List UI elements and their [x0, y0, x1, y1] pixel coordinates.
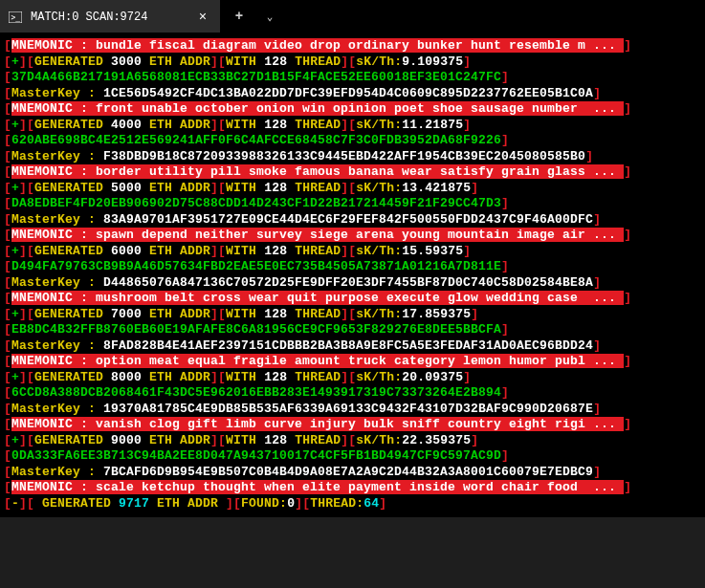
masterkey-line: [MasterKey : F38DBD9B18C8720933988326133… [4, 149, 701, 165]
titlebar: >_ MATCH:0 SCAN:9724 × + ⌄ [0, 0, 705, 33]
hash-line: [DA8EDBEF4FD20EB906902D75C88CDD14D243CF1… [4, 196, 701, 212]
masterkey-line: [MasterKey : 8FAD828B4E41AEF2397151CDBBB… [4, 338, 701, 355]
generated-line: [+][GENERATED 7000 ETH ADDR][WITH 128 TH… [4, 307, 701, 323]
mnemonic-line: [MNEMONIC : bundle fiscal diagram video … [4, 38, 701, 54]
generated-line: [+][GENERATED 9000 ETH ADDR][WITH 128 TH… [4, 433, 701, 449]
tab-actions: + ⌄ [220, 0, 289, 33]
terminal-icon: >_ [8, 10, 23, 25]
mnemonic-line: [MNEMONIC : vanish clog gift limb curve … [4, 417, 701, 433]
new-tab-button[interactable]: + [226, 3, 253, 30]
hash-line: [EB8DC4B32FFB8760EB60E19AFAFE8C6A81956CE… [4, 322, 701, 338]
hash-line: [6CCD8A388DCB2068461F43DC5E962016EBB283E… [4, 385, 701, 402]
mnemonic-line: [MNEMONIC : scale ketchup thought when e… [4, 480, 701, 496]
generated-line: [+][GENERATED 8000 ETH ADDR][WITH 128 TH… [4, 370, 701, 386]
masterkey-line: [MasterKey : D44865076A847136C70572D25FE… [4, 275, 701, 292]
generated-line: [+][GENERATED 5000 ETH ADDR][WITH 128 TH… [4, 181, 701, 197]
generated-line: [+][GENERATED 6000 ETH ADDR][WITH 128 TH… [4, 244, 701, 260]
mnemonic-line: [MNEMONIC : spawn depend neither survey … [4, 228, 701, 244]
mnemonic-line: [MNEMONIC : option meat equal fragile am… [4, 354, 701, 370]
svg-text:>_: >_ [11, 13, 21, 22]
hash-line: [37D4A466B217191A6568081ECB33BC27D1B15F4… [4, 70, 701, 86]
tab-title: MATCH:0 SCAN:9724 [31, 11, 187, 24]
mnemonic-line: [MNEMONIC : mushroom belt cross wear qui… [4, 291, 701, 307]
window-tab[interactable]: >_ MATCH:0 SCAN:9724 × [0, 0, 220, 33]
hash-line: [D494FA79763CB9B9A46D57634FBD2EAE5E0EC73… [4, 259, 701, 275]
close-icon[interactable]: × [195, 10, 210, 25]
generated-line: [+][GENERATED 3000 ETH ADDR][WITH 128 TH… [4, 54, 701, 71]
masterkey-line: [MasterKey : 19370A81785C4E9DB85B535AF63… [4, 402, 701, 418]
mnemonic-line: [MNEMONIC : border utility pill smoke fa… [4, 164, 701, 181]
terminal-output: [MNEMONIC : bundle fiscal diagram video … [0, 33, 705, 517]
generated-line: [+][GENERATED 4000 ETH ADDR][WITH 128 TH… [4, 118, 701, 134]
hash-line: [0DA333FA6EE3B713C94BA2EE8D047A943710017… [4, 448, 701, 465]
masterkey-line: [MasterKey : 1CE56D5492CF4DC13BA022DD7DF… [4, 86, 701, 102]
status-line: [-][ GENERATED 9717 ETH ADDR ][FOUND:0][… [4, 496, 701, 512]
mnemonic-line: [MNEMONIC : front unable october onion w… [4, 101, 701, 118]
tab-dropdown-button[interactable]: ⌄ [256, 3, 283, 30]
masterkey-line: [MasterKey : 7BCAFD6D9B954E9B507C0B4B4D9… [4, 465, 701, 481]
masterkey-line: [MasterKey : 83A9A9701AF3951727E09CE44D4… [4, 212, 701, 229]
hash-line: [620ABE698BC4E2512E569241AFF0F6C4AFCCE68… [4, 133, 701, 149]
